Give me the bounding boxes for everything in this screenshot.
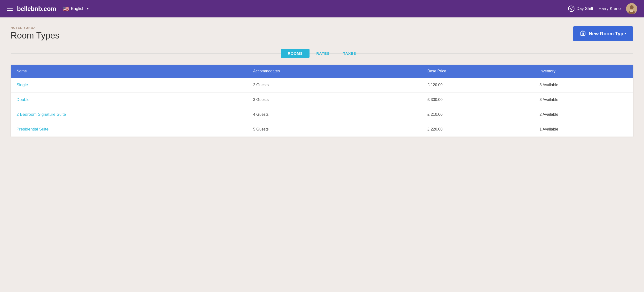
- shift-indicator[interactable]: Day Shift: [568, 5, 593, 12]
- table-header-row: Name Accommodates Base Price Inventory: [11, 65, 633, 78]
- svg-point-10: [630, 5, 634, 9]
- svg-point-0: [570, 8, 572, 10]
- svg-line-4: [572, 10, 573, 10]
- table-row: Double3 Guests£ 300.003 Available: [11, 92, 633, 107]
- new-room-type-label: New Room Type: [589, 31, 626, 36]
- room-base-price: £ 300.00: [422, 92, 534, 107]
- col-header-base-price: Base Price: [422, 65, 534, 78]
- room-base-price: £ 120.00: [422, 78, 534, 92]
- page-header-left: HOTEL YORBA Room Types: [11, 26, 60, 41]
- site-logo: bellebnb.com: [17, 5, 56, 12]
- room-inventory: 1 Available: [534, 122, 633, 137]
- tab-taxes[interactable]: TAXES: [336, 49, 363, 58]
- room-type-name[interactable]: 2 Bedroom Signature Suite: [11, 107, 247, 122]
- room-inventory: 3 Available: [534, 78, 633, 92]
- username-label: Harry Krane: [598, 6, 621, 11]
- table-row: Single2 Guests£ 120.003 Available: [11, 78, 633, 92]
- room-inventory: 2 Available: [534, 107, 633, 122]
- new-room-type-button[interactable]: New Room Type: [573, 26, 633, 41]
- language-flag: 🇺🇸: [63, 6, 69, 12]
- room-accommodates: 4 Guests: [247, 107, 422, 122]
- navbar: bellebnb.com 🇺🇸 English ▾ Day Sh: [0, 0, 644, 17]
- page-title: Room Types: [11, 30, 60, 41]
- hamburger-menu[interactable]: [7, 7, 12, 11]
- room-inventory: 3 Available: [534, 92, 633, 107]
- svg-rect-12: [630, 10, 633, 12]
- page-header: HOTEL YORBA Room Types New Room Type: [11, 26, 633, 41]
- room-base-price: £ 210.00: [422, 107, 534, 122]
- room-base-price: £ 220.00: [422, 122, 534, 137]
- house-icon: [580, 30, 586, 37]
- col-header-accommodates: Accommodates: [247, 65, 422, 78]
- language-label: English: [71, 6, 84, 11]
- col-header-name: Name: [11, 65, 247, 78]
- nav-right: Day Shift Harry Krane: [568, 3, 637, 14]
- col-header-inventory: Inventory: [534, 65, 633, 78]
- svg-line-3: [570, 7, 570, 8]
- avatar[interactable]: [626, 3, 637, 14]
- room-accommodates: 2 Guests: [247, 78, 422, 92]
- table-row: 2 Bedroom Signature Suite4 Guests£ 210.0…: [11, 107, 633, 122]
- room-types-table: Name Accommodates Base Price Inventory S…: [11, 65, 633, 137]
- hotel-name: HOTEL YORBA: [11, 26, 60, 29]
- tabs-group: ROOMS RATES TAXES: [281, 49, 363, 58]
- tab-rates[interactable]: RATES: [310, 49, 336, 58]
- shift-icon: [568, 5, 574, 12]
- shift-label: Day Shift: [576, 6, 593, 11]
- room-accommodates: 5 Guests: [247, 122, 422, 137]
- language-selector[interactable]: 🇺🇸 English ▾: [63, 6, 89, 12]
- svg-line-8: [572, 7, 573, 8]
- room-accommodates: 3 Guests: [247, 92, 422, 107]
- tabs-section: ROOMS RATES TAXES: [11, 49, 633, 58]
- page-content: HOTEL YORBA Room Types New Room Type ROO…: [0, 17, 644, 147]
- table-row: Presidential Suite5 Guests£ 220.001 Avai…: [11, 122, 633, 137]
- chevron-down-icon: ▾: [87, 7, 88, 10]
- tab-rooms[interactable]: ROOMS: [281, 49, 310, 58]
- room-type-name[interactable]: Double: [11, 92, 247, 107]
- room-type-name[interactable]: Presidential Suite: [11, 122, 247, 137]
- svg-line-7: [570, 10, 570, 10]
- room-type-name[interactable]: Single: [11, 78, 247, 92]
